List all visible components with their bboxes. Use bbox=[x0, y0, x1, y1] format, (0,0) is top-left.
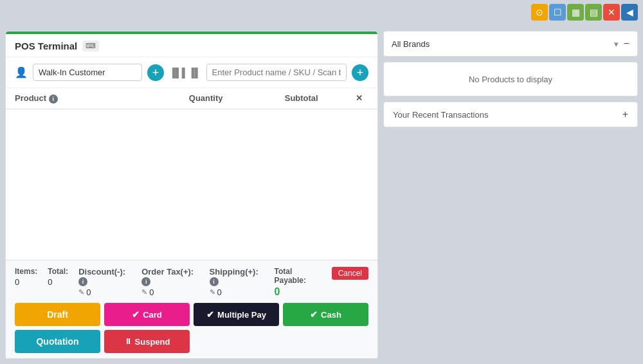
order-tax-info-icon[interactable]: i bbox=[141, 277, 150, 286]
left-panel: POS Terminal ⌨ 👤 Walk-In Customer + ▐▌▌▐… bbox=[5, 31, 378, 359]
product-search-input[interactable] bbox=[206, 64, 347, 81]
shipping-value: 0 bbox=[217, 287, 222, 297]
multiple-check-icon: ✔ bbox=[206, 309, 214, 320]
customer-select[interactable]: Walk-In Customer bbox=[33, 64, 142, 81]
discount-field: ✎ 0 bbox=[78, 287, 131, 297]
bottom-section: Items: 0 Total: 0 Discount(-): i ✎ 0 bbox=[6, 260, 377, 358]
order-tax-edit-icon[interactable]: ✎ bbox=[141, 288, 147, 296]
total-value: 0 bbox=[48, 277, 68, 287]
window-icon[interactable]: ☐ bbox=[549, 4, 566, 21]
recent-transactions-box[interactable]: Your Recent Transactions + bbox=[383, 102, 638, 127]
cancel-button[interactable]: Cancel bbox=[332, 267, 368, 280]
input-row: 👤 Walk-In Customer + ▐▌▌▐▌ + bbox=[6, 57, 377, 88]
expand-icon[interactable]: + bbox=[622, 109, 628, 120]
brand-select[interactable]: All Brands bbox=[392, 39, 614, 49]
close-icon[interactable]: ✕ bbox=[603, 4, 620, 21]
main-layout: POS Terminal ⌨ 👤 Walk-In Customer + ▐▌▌▐… bbox=[0, 0, 643, 364]
customer-icon: 👤 bbox=[15, 66, 28, 78]
subtotal-column-header: Subtotal bbox=[253, 93, 349, 104]
card-button[interactable]: ✔ Card bbox=[104, 303, 190, 326]
panel-title: POS Terminal bbox=[15, 41, 77, 51]
suspend-button[interactable]: ⏸ Suspend bbox=[104, 330, 190, 353]
minimize-button[interactable]: − bbox=[624, 38, 629, 50]
items-value: 0 bbox=[15, 277, 37, 287]
order-tax-field: ✎ 0 bbox=[141, 287, 199, 297]
total-payable-summary: Total Payable: 0 bbox=[275, 267, 322, 298]
right-panel: All Brands ▾ − No Products to display Yo… bbox=[383, 31, 638, 359]
no-products-box: No Products to display bbox=[383, 62, 638, 96]
shipping-summary: Shipping(+): i ✎ 0 bbox=[210, 267, 264, 297]
discount-summary: Discount(-): i ✎ 0 bbox=[78, 267, 131, 297]
shipping-edit-icon[interactable]: ✎ bbox=[210, 288, 215, 296]
barcode-icon: ▐▌▌▐▌ bbox=[169, 68, 201, 78]
total-payable-value: 0 bbox=[275, 286, 322, 298]
cash-button[interactable]: ✔ Cash bbox=[283, 303, 368, 326]
panel-header: POS Terminal ⌨ bbox=[6, 34, 377, 57]
action-buttons: Draft ✔ Card ✔ Multiple Pay ✔ Cash Quota… bbox=[15, 303, 368, 353]
draft-button[interactable]: Draft bbox=[15, 303, 100, 326]
multiple-pay-button[interactable]: ✔ Multiple Pay bbox=[194, 303, 279, 326]
summary-row: Items: 0 Total: 0 Discount(-): i ✎ 0 bbox=[15, 267, 368, 298]
total-label: Total: bbox=[48, 267, 68, 276]
add-product-button[interactable]: + bbox=[352, 64, 368, 81]
suspend-pause-icon: ⏸ bbox=[124, 337, 132, 346]
table-header: Product i Quantity Subtotal ✕ bbox=[6, 88, 377, 109]
calculator-icon[interactable]: ▦ bbox=[567, 4, 584, 21]
items-label: Items: bbox=[15, 267, 37, 276]
shipping-field: ✎ 0 bbox=[210, 287, 264, 297]
product-column-header: Product i bbox=[15, 93, 158, 104]
back-icon[interactable]: ◀ bbox=[621, 4, 638, 21]
shipping-label: Shipping(+): i bbox=[210, 267, 264, 286]
top-toolbar: ⊙ ☐ ▦ ▤ ✕ ◀ bbox=[526, 0, 643, 24]
keyboard-icon: ⌨ bbox=[82, 41, 99, 51]
brand-selector-box: All Brands ▾ − bbox=[383, 31, 638, 57]
items-summary: Items: 0 bbox=[15, 267, 37, 287]
order-tax-value: 0 bbox=[149, 287, 154, 297]
table-body bbox=[6, 109, 377, 260]
home-icon[interactable]: ⊙ bbox=[531, 4, 548, 21]
action-column-header: ✕ bbox=[349, 93, 368, 104]
shipping-info-icon[interactable]: i bbox=[210, 277, 219, 286]
order-tax-label: Order Tax(+): i bbox=[141, 267, 199, 286]
document-icon[interactable]: ▤ bbox=[585, 4, 602, 21]
discount-info-icon[interactable]: i bbox=[78, 277, 87, 286]
quotation-button[interactable]: Quotation bbox=[15, 330, 100, 353]
quantity-column-header: Quantity bbox=[158, 93, 254, 104]
add-customer-button[interactable]: + bbox=[147, 64, 164, 81]
order-tax-summary: Order Tax(+): i ✎ 0 bbox=[141, 267, 199, 297]
discount-edit-icon[interactable]: ✎ bbox=[78, 288, 84, 296]
discount-label: Discount(-): i bbox=[78, 267, 131, 286]
recent-transactions-label: Your Recent Transactions bbox=[393, 110, 488, 120]
no-products-text: No Products to display bbox=[469, 75, 552, 84]
product-info-icon[interactable]: i bbox=[49, 95, 58, 104]
total-payable-label: Total Payable: bbox=[275, 267, 322, 285]
brand-dropdown-arrow: ▾ bbox=[614, 39, 619, 49]
total-summary: Total: 0 bbox=[48, 267, 68, 287]
card-check-icon: ✔ bbox=[132, 309, 140, 320]
discount-value: 0 bbox=[86, 287, 91, 297]
cash-check-icon: ✔ bbox=[310, 309, 318, 320]
